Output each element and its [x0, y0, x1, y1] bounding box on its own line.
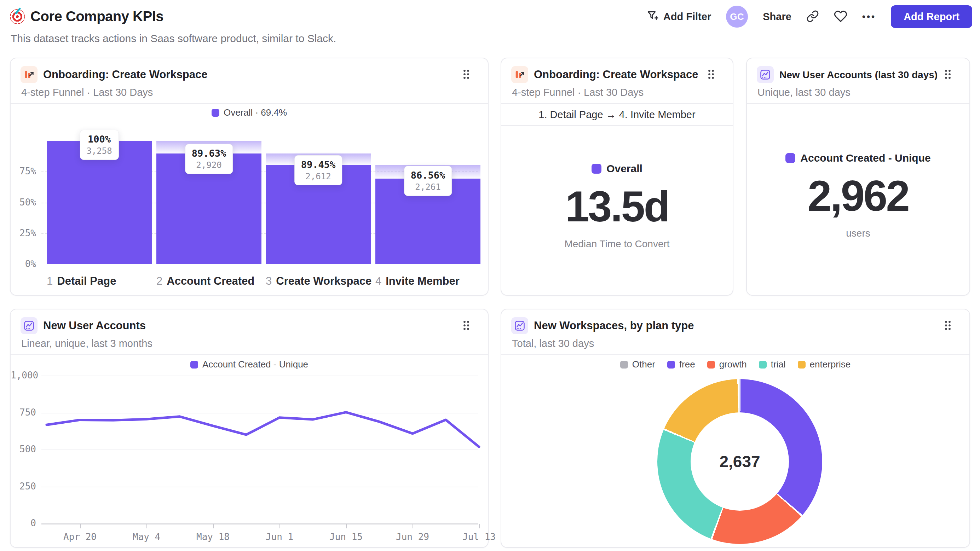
funnel-ytick-label: 25%: [11, 228, 36, 238]
link-icon: [806, 10, 819, 24]
donut-chart[interactable]: 2,637: [657, 379, 822, 544]
funnel-tooltip: 100%3,258: [80, 130, 119, 160]
favorite-button[interactable]: [834, 10, 847, 24]
avatar[interactable]: GC: [726, 6, 748, 28]
legend-swatch: [798, 361, 806, 368]
line-chart-icon: [511, 317, 528, 334]
funnel-step-label: 4Invite Member: [375, 275, 460, 287]
metric-block: Account Created - Unique 2,962 users: [747, 152, 969, 239]
legend-swatch: [592, 164, 601, 174]
divider: [747, 103, 969, 104]
card-title[interactable]: Onboarding: Create Workspace: [534, 68, 698, 81]
funnel-ytick-label: 50%: [11, 197, 36, 208]
legend-label: free: [679, 359, 695, 370]
page-subtitle: This dataset tracks actions in Saas soft…: [11, 33, 336, 44]
header-actions: Add Filter GC Share ••• Add Repo: [646, 5, 972, 28]
step-number: 1: [47, 275, 53, 287]
legend-item-free[interactable]: free: [667, 359, 695, 370]
drag-handle-icon[interactable]: [706, 68, 718, 81]
legend-label: Account Created - Unique: [800, 152, 931, 164]
metric-caption: Median Time to Convert: [564, 238, 669, 250]
metric-value: 2,962: [808, 174, 908, 218]
metric-block: Overall 13.5d Median Time to Convert: [501, 163, 733, 250]
step-number: 4: [375, 275, 382, 287]
funnel-tooltip-percent: 86.56%: [411, 170, 445, 181]
filter-plus-icon: [646, 9, 659, 24]
legend-item-overall[interactable]: Overall: [592, 163, 643, 175]
ellipsis-icon: •••: [862, 11, 876, 22]
legend-item-growth[interactable]: growth: [707, 359, 747, 370]
legend-swatch: [667, 361, 675, 368]
legend-item-trial[interactable]: trial: [759, 359, 786, 370]
divider: [501, 354, 969, 355]
legend-item-other[interactable]: Other: [620, 359, 655, 370]
legend-label: enterprise: [810, 359, 851, 370]
funnel-tooltip: 89.63%2,920: [185, 144, 233, 174]
divider: [501, 125, 733, 126]
funnel-step-label: 2Account Created: [156, 275, 255, 287]
card-new-workspaces-donut: New Workspaces, by plan type Total, last…: [501, 309, 970, 548]
metric-value: 13.5d: [565, 184, 669, 229]
drag-handle-icon[interactable]: [942, 68, 955, 81]
card-subtitle: Unique, last 30 days: [757, 87, 851, 98]
target-icon: [10, 9, 25, 24]
funnel-tooltip-percent: 89.63%: [192, 148, 226, 159]
funnel-tooltip-percent: 89.45%: [301, 159, 336, 170]
card-title[interactable]: New User Accounts (last 30 days): [780, 69, 937, 81]
step-name: Invite Member: [386, 275, 459, 287]
legend-swatch: [620, 361, 628, 368]
add-filter-button[interactable]: Add Filter: [646, 9, 711, 24]
legend-swatch: [707, 361, 715, 368]
card-subtitle: 4-step Funnel · Last 30 Days: [512, 87, 644, 98]
drag-handle-icon[interactable]: [942, 319, 955, 332]
funnel-tooltip-count: 2,920: [192, 160, 226, 170]
funnel-plot: 0%25%50%75%100%3,2581Detail Page89.63%2,…: [11, 58, 488, 295]
funnel-tooltip-count: 2,261: [411, 182, 445, 192]
copy-link-button[interactable]: [806, 10, 819, 24]
step-name: Create Workspace: [276, 275, 371, 287]
funnel-chart-icon: [511, 66, 528, 83]
card-new-user-accounts-line: New User Accounts Linear, unique, last 3…: [10, 309, 488, 548]
legend-item-account-created[interactable]: Account Created - Unique: [786, 152, 931, 164]
step-number: 2: [156, 275, 162, 287]
page-title: Core Company KPIs: [30, 8, 164, 24]
step-name: Account Created: [167, 275, 255, 287]
card-title[interactable]: New Workspaces, by plan type: [534, 319, 694, 332]
step-number: 3: [266, 275, 272, 287]
legend-swatch: [786, 153, 795, 163]
funnel-ytick-label: 0%: [11, 259, 36, 269]
donut-hole: 2,637: [690, 412, 789, 511]
legend-item-enterprise[interactable]: enterprise: [798, 359, 851, 370]
heart-icon: [834, 10, 847, 24]
card-new-user-accounts-30d: New User Accounts (last 30 days) Unique,…: [746, 58, 970, 296]
donut-legend: Otherfreegrowthtrialenterprise: [501, 359, 969, 370]
card-time-to-convert: Onboarding: Create Workspace 4-step Funn…: [501, 58, 733, 296]
add-report-button[interactable]: Add Report: [891, 5, 972, 28]
line-plot: 02505007501,000Apr 20May 4May 18Jun 1Jun…: [11, 310, 488, 547]
share-button[interactable]: Share: [763, 11, 791, 23]
step-name: Detail Page: [57, 275, 116, 287]
more-options-button[interactable]: •••: [862, 11, 876, 22]
funnel-step-label: 3Create Workspace: [266, 275, 371, 287]
funnel-tooltip-count: 3,258: [86, 146, 112, 156]
page-header: Core Company KPIs This dataset tracks ac…: [10, 0, 972, 53]
legend-label: growth: [719, 359, 747, 370]
funnel-tooltip-count: 2,612: [301, 171, 336, 181]
funnel-ytick-label: 75%: [11, 166, 36, 176]
funnel-tooltip: 86.56%2,261: [404, 166, 452, 196]
legend-label: Overall: [606, 163, 643, 175]
title-row: Core Company KPIs: [10, 8, 164, 24]
card-onboarding-funnel: Onboarding: Create Workspace 4-step Funn…: [10, 58, 488, 296]
step-range-label: 1. Detail Page → 4. Invite Member: [501, 104, 733, 125]
donut-center-value: 2,637: [719, 452, 760, 471]
legend-label: trial: [771, 359, 786, 370]
legend-swatch: [759, 361, 767, 368]
metric-caption: users: [846, 228, 870, 239]
funnel-tooltip-percent: 100%: [86, 134, 112, 144]
legend-label: Other: [632, 359, 655, 370]
funnel-tooltip: 89.45%2,612: [294, 155, 342, 185]
card-subtitle: Total, last 30 days: [512, 338, 594, 349]
line-series[interactable]: [47, 412, 479, 447]
funnel-step-label: 1Detail Page: [47, 275, 116, 287]
line-chart-icon: [757, 66, 774, 83]
